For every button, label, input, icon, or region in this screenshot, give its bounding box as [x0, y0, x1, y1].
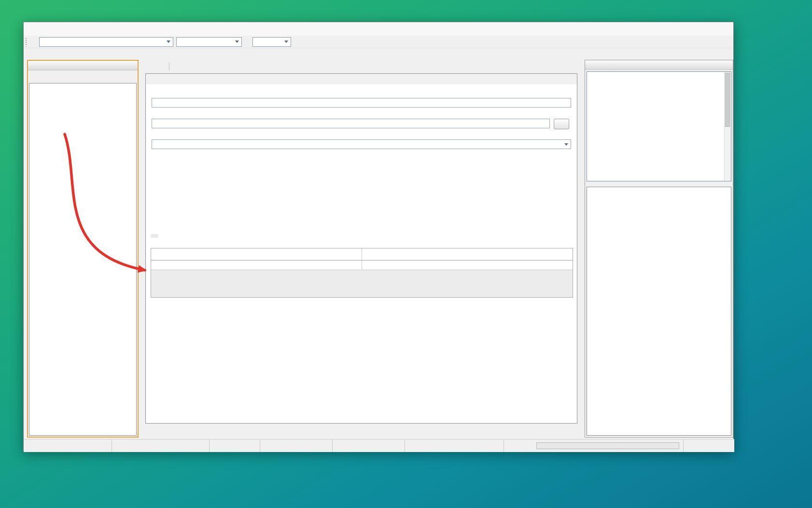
- name-browse-button[interactable]: [554, 119, 569, 129]
- refresh-icon[interactable]: [314, 37, 325, 47]
- menu-bar: [24, 22, 733, 36]
- status-x-coordinate: [260, 439, 333, 452]
- project-tree-toolbar: [28, 70, 138, 82]
- back-to-overview-button[interactable]: [30, 41, 36, 43]
- chevron-down-icon: [284, 41, 288, 43]
- main-toolbar: [24, 36, 733, 48]
- project-panel-titlebar: [28, 61, 138, 70]
- filter-select[interactable]: [252, 37, 291, 47]
- photos-table-empty-area: [151, 270, 573, 297]
- tab-row: [24, 48, 733, 60]
- status-l-value: [405, 439, 504, 452]
- scrollbar-thumb[interactable]: [725, 73, 730, 127]
- project-panel: [27, 60, 139, 438]
- name-input[interactable]: [152, 119, 550, 128]
- column-type[interactable]: [151, 248, 362, 260]
- dossier-select[interactable]: [39, 37, 173, 47]
- lists-button[interactable]: [336, 41, 341, 43]
- status-user-cell: [24, 439, 112, 452]
- chevron-down-icon: [167, 41, 170, 43]
- chevron-down-icon: [564, 143, 568, 146]
- photos-table-header: [151, 248, 573, 261]
- library-scrollbar[interactable]: [724, 72, 731, 181]
- progress-bar: [536, 442, 679, 449]
- photos-table: [151, 248, 573, 298]
- inventory-select[interactable]: [152, 139, 571, 149]
- desktop: { "menu": {"items": ["Bestand", "Bewerke…: [0, 0, 812, 508]
- main-panel: [143, 60, 581, 438]
- bottom-tab-strip: [143, 426, 581, 438]
- library-list: [587, 71, 731, 181]
- report-form: [145, 73, 577, 424]
- form-header: [146, 74, 577, 84]
- chevron-down-icon: [235, 41, 239, 43]
- status-bar: [24, 439, 734, 452]
- library-detail-area: [587, 187, 731, 436]
- table-row[interactable]: [151, 261, 573, 270]
- filter-icon[interactable]: [299, 37, 309, 47]
- status-empty-cell: [210, 439, 260, 452]
- status-clock-cell: [683, 439, 734, 452]
- language-select[interactable]: [176, 37, 242, 47]
- app-window: [23, 22, 734, 451]
- status-empty-cell: [112, 439, 210, 452]
- status-y-coordinate: [333, 439, 405, 452]
- toolbar-grip[interactable]: [25, 38, 28, 46]
- library-panel-titlebar: [585, 60, 733, 70]
- refresh-button[interactable]: [157, 65, 165, 67]
- library-panel: [585, 60, 733, 438]
- photos-toolbar: [151, 234, 158, 238]
- editor-toolbar: [143, 60, 169, 72]
- save-button[interactable]: [147, 65, 155, 67]
- identification-input[interactable]: [152, 98, 571, 108]
- project-tree: [29, 83, 137, 436]
